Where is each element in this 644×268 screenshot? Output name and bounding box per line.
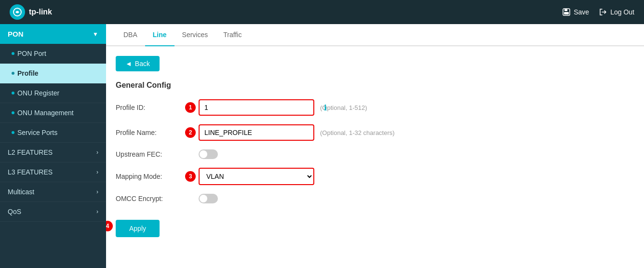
upstream-fec-toggle[interactable] <box>199 149 218 159</box>
save-icon <box>562 8 571 16</box>
dot-icon <box>12 131 14 134</box>
dot-icon <box>12 111 14 114</box>
content-area: ◄ Back General Config Profile ID: 1 ℹ (O… <box>106 46 644 247</box>
sidebar-item-l2-features[interactable]: L2 FEATURES › <box>0 143 106 162</box>
profile-id-label: Profile ID: <box>116 104 193 111</box>
upstream-fec-label: Upstream FEC: <box>116 150 193 158</box>
dot-icon <box>12 92 14 94</box>
back-arrow-icon: ◄ <box>125 60 132 67</box>
tab-line[interactable]: Line <box>145 24 174 45</box>
profile-name-label: Profile Name: <box>116 129 193 136</box>
step-2-circle: 2 <box>185 127 196 138</box>
dot-icon <box>12 72 14 75</box>
profile-id-row: Profile ID: 1 ℹ (Optional, 1-512) <box>116 99 634 116</box>
profile-name-hint: (Optional, 1-32 characters) <box>320 129 395 136</box>
sidebar-item-pon-port[interactable]: PON Port <box>0 44 106 64</box>
info-icon: ℹ <box>324 103 327 112</box>
profile-id-input[interactable] <box>199 99 314 116</box>
l2-chevron-icon: › <box>96 149 98 156</box>
apply-button[interactable]: Apply <box>116 220 160 237</box>
sidebar-item-multicast[interactable]: Multicast › <box>0 182 106 202</box>
mapping-mode-label: Mapping Mode: <box>116 173 193 180</box>
sidebar-item-onu-management[interactable]: ONU Management <box>0 103 106 123</box>
save-button[interactable]: Save <box>562 8 589 16</box>
layout: PON ▼ PON Port Profile ONU Register ONU … <box>0 24 644 268</box>
omcc-encrypt-toggle[interactable] <box>199 194 218 203</box>
header-actions: Save Log Out <box>562 8 634 16</box>
section-title: General Config <box>116 81 634 90</box>
sidebar: PON ▼ PON Port Profile ONU Register ONU … <box>0 24 106 268</box>
logo-text: tp-link <box>29 8 52 16</box>
svg-rect-3 <box>564 12 569 14</box>
l3-chevron-icon: › <box>96 169 98 175</box>
tab-services[interactable]: Services <box>174 24 216 45</box>
sidebar-item-profile[interactable]: Profile <box>0 64 106 83</box>
step-4-circle: 4 <box>106 221 113 231</box>
step-1-circle: 1 <box>185 102 196 113</box>
mapping-mode-select[interactable]: VLAN GEM Port TCI <box>199 168 314 185</box>
sidebar-item-qos[interactable]: QoS › <box>0 202 106 222</box>
main-content: DBA Line Services Traffic ◄ Back General… <box>106 24 644 268</box>
omcc-encrypt-row: OMCC Encrypt: <box>116 194 634 203</box>
tab-traffic[interactable]: Traffic <box>215 24 249 45</box>
mapping-mode-row: Mapping Mode: 3 VLAN GEM Port TCI <box>116 168 634 185</box>
profile-id-hint: (Optional, 1-512) <box>320 104 367 111</box>
upstream-fec-row: Upstream FEC: <box>116 149 634 159</box>
svg-rect-2 <box>564 9 567 11</box>
omcc-encrypt-label: OMCC Encrypt: <box>116 195 193 202</box>
logo-icon <box>10 4 25 20</box>
header: tp-link Save Log Out <box>0 0 644 24</box>
step-3-circle: 3 <box>185 171 196 182</box>
sidebar-section-pon[interactable]: PON ▼ <box>0 24 106 44</box>
multicast-chevron-icon: › <box>96 188 98 195</box>
back-button[interactable]: ◄ Back <box>116 56 160 71</box>
tab-dba[interactable]: DBA <box>116 24 145 45</box>
logo: tp-link <box>10 4 52 20</box>
dot-icon <box>12 52 14 55</box>
logout-button[interactable]: Log Out <box>599 8 634 16</box>
tab-bar: DBA Line Services Traffic <box>106 24 644 46</box>
profile-name-input[interactable] <box>199 124 314 141</box>
sidebar-item-service-ports[interactable]: Service Ports <box>0 123 106 143</box>
logout-icon <box>599 8 607 16</box>
qos-chevron-icon: › <box>96 208 98 215</box>
sidebar-item-onu-register[interactable]: ONU Register <box>0 83 106 103</box>
profile-name-row: Profile Name: 2 (Optional, 1-32 characte… <box>116 124 634 141</box>
pon-chevron-icon: ▼ <box>93 31 98 38</box>
sidebar-item-l3-features[interactable]: L3 FEATURES › <box>0 162 106 182</box>
